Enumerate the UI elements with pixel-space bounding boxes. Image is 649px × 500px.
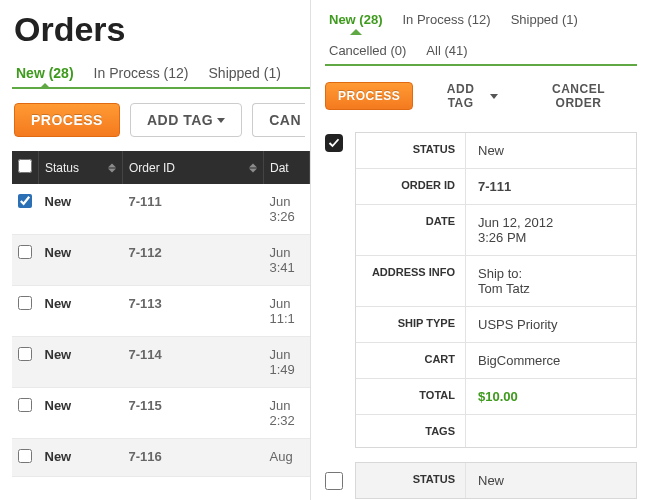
check-icon <box>328 137 340 149</box>
select-all-checkbox[interactable] <box>18 159 32 173</box>
order-detail-card: STATUSNew ORDER ID7-111 DATEJun 12, 2012… <box>355 132 637 448</box>
cell-status: New <box>39 337 123 388</box>
label-status: STATUS <box>356 463 466 498</box>
tab-filter[interactable]: In Process (12) <box>92 61 191 87</box>
cell-order-id: 7-116 <box>123 439 264 477</box>
table-row[interactable]: New7-114Jun1:49 <box>12 337 310 388</box>
value-date: Jun 12, 20123:26 PM <box>466 205 636 255</box>
value-order-id: 7-111 <box>466 169 636 204</box>
add-tag-button[interactable]: ADD TAG <box>130 103 242 137</box>
row-checkbox[interactable] <box>18 194 32 208</box>
tab-filter[interactable]: In Process (12) <box>400 8 492 33</box>
label-date: DATE <box>356 205 466 255</box>
tab-filter[interactable]: New (28) <box>14 61 76 87</box>
row-checkbox[interactable] <box>18 245 32 259</box>
cancel-order-button[interactable]: CAN <box>252 103 305 137</box>
cell-status: New <box>39 184 123 235</box>
toolbar-right: PROCESS ADD TAG CANCEL ORDER <box>325 66 637 126</box>
add-tag-label: ADD TAG <box>435 82 486 110</box>
table-row[interactable]: New7-116Aug <box>12 439 310 477</box>
order-selected-checkbox[interactable] <box>325 134 343 152</box>
table-row[interactable]: New7-115Jun2:32 <box>12 388 310 439</box>
label-tags: TAGS <box>356 415 466 447</box>
tabs-right: New (28)In Process (12)Shipped (1)Cancel… <box>325 8 637 66</box>
col-status: Status <box>45 161 79 175</box>
label-address: ADDRESS INFO <box>356 256 466 306</box>
chevron-down-icon <box>490 94 498 99</box>
cell-order-id: 7-113 <box>123 286 264 337</box>
cell-status: New <box>39 439 123 477</box>
cell-date: Jun1:49 <box>264 337 310 388</box>
label-ship-type: SHIP TYPE <box>356 307 466 342</box>
cell-order-id: 7-112 <box>123 235 264 286</box>
cell-order-id: 7-115 <box>123 388 264 439</box>
row-checkbox[interactable] <box>18 296 32 310</box>
label-cart: CART <box>356 343 466 378</box>
cell-status: New <box>39 235 123 286</box>
label-total: TOTAL <box>356 379 466 414</box>
row-checkbox[interactable] <box>18 398 32 412</box>
row-checkbox[interactable] <box>18 347 32 361</box>
table-row[interactable]: New7-112Jun3:41 <box>12 235 310 286</box>
cell-status: New <box>39 388 123 439</box>
value-ship-type: USPS Priority <box>466 307 636 342</box>
value-status: New <box>466 463 636 498</box>
value-total: $10.00 <box>466 379 636 414</box>
value-tags <box>466 415 636 447</box>
process-button[interactable]: PROCESS <box>14 103 120 137</box>
page-title: Orders <box>14 10 310 49</box>
row-checkbox[interactable] <box>18 449 32 463</box>
orders-table: Status Order ID Dat New7-111Jun3:26New7-… <box>12 151 310 477</box>
label-status: STATUS <box>356 133 466 168</box>
value-address: Ship to:Tom Tatz <box>466 256 636 306</box>
tabs-left: New (28)In Process (12)Shipped (1) <box>12 61 310 89</box>
value-cart: BigCommerce <box>466 343 636 378</box>
order-detail-card: STATUSNew <box>355 462 637 499</box>
col-date: Dat <box>270 161 289 175</box>
chevron-down-icon <box>217 118 225 123</box>
sort-icon[interactable] <box>249 163 257 172</box>
cell-date: Jun3:41 <box>264 235 310 286</box>
process-button[interactable]: PROCESS <box>325 82 413 110</box>
cell-date: Jun3:26 <box>264 184 310 235</box>
add-tag-button[interactable]: ADD TAG <box>423 76 510 116</box>
tab-filter[interactable]: New (28) <box>327 8 384 33</box>
tab-filter[interactable]: Cancelled (0) <box>327 39 408 64</box>
tab-filter[interactable]: All (41) <box>424 39 469 64</box>
cell-date: Aug <box>264 439 310 477</box>
order-detail-panel: New (28)In Process (12)Shipped (1)Cancel… <box>311 0 649 500</box>
order-selected-checkbox[interactable] <box>325 472 343 493</box>
cell-order-id: 7-114 <box>123 337 264 388</box>
cell-date: Jun2:32 <box>264 388 310 439</box>
cell-date: Jun11:1 <box>264 286 310 337</box>
table-row[interactable]: New7-111Jun3:26 <box>12 184 310 235</box>
cancel-order-button[interactable]: CANCEL ORDER <box>520 76 637 116</box>
label-order-id: ORDER ID <box>356 169 466 204</box>
table-row[interactable]: New7-113Jun11:1 <box>12 286 310 337</box>
value-status: New <box>466 133 636 168</box>
add-tag-label: ADD TAG <box>147 112 213 128</box>
cell-order-id: 7-111 <box>123 184 264 235</box>
orders-list-panel: Orders New (28)In Process (12)Shipped (1… <box>0 0 311 500</box>
col-order-id: Order ID <box>129 161 175 175</box>
toolbar-left: PROCESS ADD TAG CAN <box>12 89 310 151</box>
tab-filter[interactable]: Shipped (1) <box>509 8 580 33</box>
cell-status: New <box>39 286 123 337</box>
sort-icon[interactable] <box>108 163 116 172</box>
tab-filter[interactable]: Shipped (1) <box>207 61 283 87</box>
